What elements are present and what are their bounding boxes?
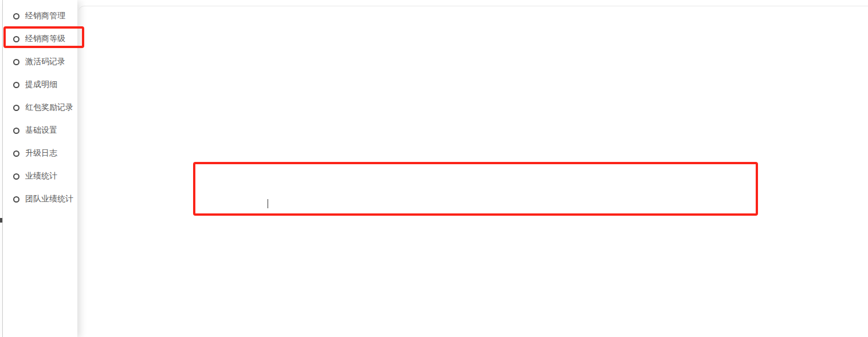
sidebar-item-activation-code-records[interactable]: 激活码记录 [3,50,77,73]
sidebar-item-label: 提成明细 [25,80,57,90]
sidebar-item-label: 基础设置 [25,125,57,136]
circle-icon [13,59,19,65]
circle-icon [13,196,19,203]
sidebar-item-performance-stats[interactable]: 业绩统计 [3,165,77,188]
circle-icon [13,128,19,134]
sidebar-item-label: 经销商等级 [25,34,65,44]
content-panel [78,6,868,337]
sidebar-item-upgrade-log[interactable]: 升级日志 [3,142,77,165]
sidebar-item-label: 红包奖励记录 [25,102,73,113]
text-cursor [268,199,268,208]
circle-icon [13,173,19,180]
sidebar-item-dealer-management[interactable]: 经销商管理 [3,5,77,27]
circle-icon [13,105,19,111]
sidebar-item-redpacket-records[interactable]: 红包奖励记录 [3,96,77,119]
sidebar-item-label: 团队业绩统计 [25,194,73,204]
sidebar-item-team-performance-stats[interactable]: 团队业绩统计 [3,188,77,211]
circle-icon [13,13,19,19]
sidebar-item-dealer-level[interactable]: 经销商等级 [3,27,77,50]
circle-icon [13,82,19,88]
left-edge-artifact [0,218,2,223]
sidebar-item-commission-detail[interactable]: 提成明细 [3,73,77,96]
circle-icon [13,150,19,157]
sidebar-item-label: 经销商管理 [25,11,65,21]
circle-icon [13,36,19,42]
sidebar-item-label: 业绩统计 [25,171,57,181]
sidebar-item-label: 升级日志 [25,148,57,158]
sidebar-item-label: 激活码记录 [25,57,65,67]
sidebar-item-basic-settings[interactable]: 基础设置 [3,119,77,142]
sidebar: 经销商管理 经销商等级 激活码记录 提成明细 红包奖励记录 基础设置 升级日志 [3,0,77,337]
